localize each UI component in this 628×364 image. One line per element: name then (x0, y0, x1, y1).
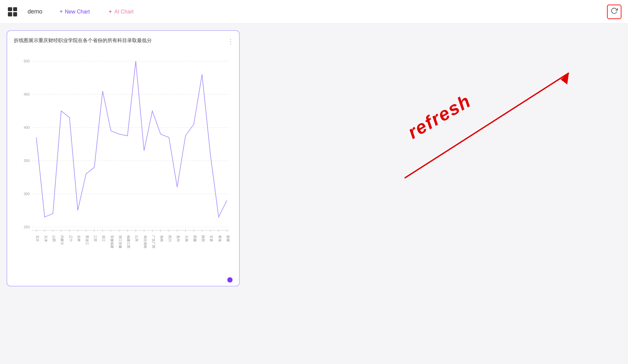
svg-text:山东: 山东 (135, 235, 139, 242)
svg-text:天津: 天津 (44, 235, 48, 242)
svg-text:北京: 北京 (36, 235, 39, 242)
svg-text:海南: 海南 (160, 235, 164, 242)
header: demo + New Chart ✦ AI Chart (0, 0, 628, 24)
sparkle-icon: ✦ (108, 9, 112, 15)
svg-text:300: 300 (24, 192, 30, 196)
svg-text:广东广西: 广东广西 (152, 235, 155, 248)
refresh-icon (611, 7, 618, 16)
svg-text:黑龙江: 黑龙江 (85, 235, 89, 245)
plus-icon: + (59, 8, 63, 15)
svg-text:江苏: 江苏 (94, 235, 97, 242)
scroll-indicator[interactable] (227, 277, 233, 283)
svg-text:甘肃: 甘肃 (210, 235, 213, 242)
chart-card: 折线图展示重庆财经职业学院在各个省份的所有科目录取最低分 ⋮ 500 450 4… (7, 30, 240, 286)
new-chart-button[interactable]: + New Chart (56, 6, 94, 17)
svg-text:安徽福建: 安徽福建 (110, 235, 114, 248)
svg-text:贵州: 贵州 (176, 235, 180, 242)
svg-text:陕西: 陕西 (201, 235, 205, 242)
svg-text:湖北湖南: 湖北湖南 (144, 235, 147, 248)
annotation-svg (378, 53, 608, 201)
ai-chart-button[interactable]: ✦ AI Chart (104, 7, 138, 17)
svg-text:350: 350 (24, 159, 30, 163)
new-chart-label: New Chart (65, 9, 90, 15)
svg-text:500: 500 (24, 59, 30, 63)
chart-menu-icon[interactable]: ⋮ (227, 37, 234, 45)
svg-text:山西: 山西 (52, 235, 56, 242)
ai-chart-label: AI Chart (114, 9, 134, 15)
line-chart-svg: 500 450 400 350 300 250 北京 天津 山西 (14, 49, 233, 272)
chart-svg-container: 500 450 400 350 300 250 北京 天津 山西 (14, 49, 233, 272)
svg-text:450: 450 (24, 92, 30, 96)
svg-marker-62 (561, 73, 569, 84)
app-logo-icon (8, 7, 17, 16)
svg-text:内蒙古: 内蒙古 (60, 235, 64, 245)
svg-text:浙江: 浙江 (102, 235, 105, 242)
svg-text:新疆: 新疆 (226, 235, 230, 242)
svg-text:400: 400 (24, 125, 30, 129)
svg-text:250: 250 (24, 225, 30, 229)
svg-text:福建江西: 福建江西 (127, 235, 130, 248)
svg-text:云南: 云南 (185, 235, 189, 242)
app-name: demo (28, 8, 42, 15)
refresh-annotation-text: refresh (404, 90, 475, 143)
main-content: 折线图展示重庆财经职业学院在各个省份的所有科目录取最低分 ⋮ 500 450 4… (0, 24, 628, 364)
svg-text:浙江安徽: 浙江安徽 (119, 235, 122, 248)
svg-text:吉林: 吉林 (77, 235, 81, 242)
svg-text:西藏: 西藏 (193, 235, 197, 242)
refresh-button[interactable] (607, 5, 621, 19)
svg-text:辽宁: 辽宁 (69, 235, 73, 242)
refresh-annotation: refresh (378, 53, 608, 201)
svg-line-61 (405, 73, 569, 178)
svg-text:四川: 四川 (168, 235, 172, 242)
chart-line (36, 61, 227, 217)
chart-title: 折线图展示重庆财经职业学院在各个省份的所有科目录取最低分 (14, 37, 233, 44)
svg-text:青海: 青海 (218, 235, 222, 242)
